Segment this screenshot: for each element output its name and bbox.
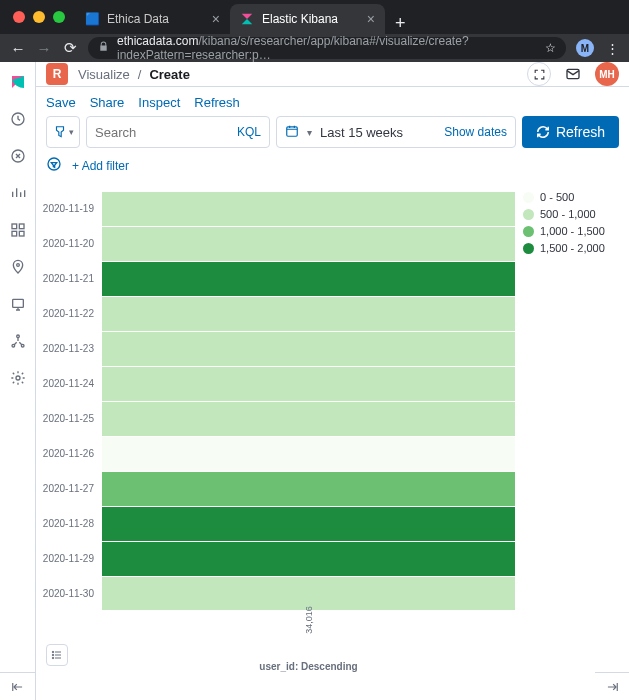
kibana-logo-icon[interactable] <box>10 74 26 93</box>
legend-item[interactable]: 0 - 500 <box>523 191 619 203</box>
tab-ethica-data[interactable]: 🟦 Ethica Data × <box>75 4 230 34</box>
side-nav <box>0 62 36 700</box>
close-tab-icon[interactable]: × <box>212 11 220 27</box>
svg-point-11 <box>16 335 19 338</box>
reload-button[interactable]: ⟳ <box>62 39 78 57</box>
back-button[interactable]: ← <box>10 40 26 57</box>
new-tab-button[interactable]: + <box>385 13 416 34</box>
discover-icon[interactable] <box>10 148 26 167</box>
dashboard-icon[interactable] <box>10 222 26 241</box>
tab-label: Elastic Kibana <box>262 12 338 26</box>
query-bar: ▾ KQL ▾ Last 15 weeks Show dates Refresh <box>36 116 629 156</box>
saved-queries-button[interactable]: ▾ <box>46 116 80 148</box>
legend-swatch-icon <box>523 226 534 237</box>
heatmap-cell[interactable] <box>102 366 515 401</box>
y-tick: 2020-11-23 <box>42 331 102 366</box>
profile-avatar[interactable]: M <box>576 39 594 57</box>
browser-chrome: 🟦 Ethica Data × Elastic Kibana × + ← → ⟳… <box>0 0 629 62</box>
show-dates-link[interactable]: Show dates <box>444 125 507 139</box>
favicon-icon: 🟦 <box>85 12 99 26</box>
refresh-label: Refresh <box>556 124 605 140</box>
ml-icon[interactable] <box>10 333 26 352</box>
heatmap-cell[interactable] <box>102 191 515 226</box>
heatmap-chart: 2020-11-192020-11-202020-11-212020-11-22… <box>42 191 619 611</box>
header-bar: R Visualize / Create MH <box>36 62 629 87</box>
action-bar: Save Share Inspect Refresh <box>36 87 629 116</box>
minimize-window-icon[interactable] <box>33 11 45 23</box>
maximize-window-icon[interactable] <box>53 11 65 23</box>
svg-point-14 <box>16 376 20 380</box>
tab-label: Ethica Data <box>107 12 169 26</box>
svg-rect-10 <box>12 299 23 307</box>
recent-icon[interactable] <box>10 111 26 130</box>
legend: 0 - 500500 - 1,0001,000 - 1,5001,500 - 2… <box>515 191 619 611</box>
heatmap-cell[interactable] <box>102 331 515 366</box>
heatmap-cell[interactable] <box>102 261 515 296</box>
breadcrumb: Visualize / Create <box>78 67 190 82</box>
search-input[interactable]: KQL <box>86 116 270 148</box>
x-tick: 34,016 <box>304 414 314 701</box>
refresh-button[interactable]: Refresh <box>522 116 619 148</box>
svg-rect-8 <box>19 231 24 236</box>
reload-link[interactable]: Refresh <box>194 95 240 110</box>
visualization: 2020-11-192020-11-202020-11-212020-11-22… <box>36 185 629 700</box>
legend-item[interactable]: 500 - 1,000 <box>523 208 619 220</box>
save-button[interactable]: Save <box>46 95 76 110</box>
heatmap-cell[interactable] <box>102 226 515 261</box>
main-content: R Visualize / Create MH Save Share Inspe… <box>36 62 629 700</box>
legend-item[interactable]: 1,000 - 1,500 <box>523 225 619 237</box>
legend-item[interactable]: 1,500 - 2,000 <box>523 242 619 254</box>
legend-label: 0 - 500 <box>540 191 574 203</box>
menu-icon[interactable]: ⋮ <box>606 41 619 56</box>
management-icon[interactable] <box>10 370 26 389</box>
heatmap-cell[interactable] <box>102 296 515 331</box>
user-avatar[interactable]: MH <box>595 62 619 86</box>
tab-elastic-kibana[interactable]: Elastic Kibana × <box>230 4 385 34</box>
share-button[interactable]: Share <box>90 95 125 110</box>
collapse-nav-button[interactable] <box>0 672 36 700</box>
breadcrumb-app[interactable]: Visualize <box>78 67 130 82</box>
window-controls <box>0 0 78 23</box>
add-filter-button[interactable]: + Add filter <box>72 159 129 173</box>
canvas-icon[interactable] <box>10 296 26 315</box>
y-tick: 2020-11-27 <box>42 471 102 506</box>
time-picker[interactable]: ▾ Last 15 weeks Show dates <box>276 116 516 148</box>
y-axis: 2020-11-192020-11-202020-11-212020-11-22… <box>42 191 102 611</box>
legend-swatch-icon <box>523 192 534 203</box>
svg-rect-7 <box>12 231 17 236</box>
svg-point-19 <box>52 654 54 656</box>
mail-icon[interactable] <box>561 62 585 86</box>
svg-marker-1 <box>242 19 253 24</box>
legend-label: 1,000 - 1,500 <box>540 225 605 237</box>
search-field[interactable] <box>95 125 237 140</box>
expand-panel-button[interactable] <box>595 672 629 700</box>
browser-actions: M ⋮ <box>576 39 619 57</box>
filter-bar: + Add filter <box>36 156 629 185</box>
y-tick: 2020-11-21 <box>42 261 102 296</box>
visualize-icon[interactable] <box>10 185 26 204</box>
svg-point-9 <box>16 264 19 267</box>
y-tick: 2020-11-20 <box>42 226 102 261</box>
legend-swatch-icon <box>523 243 534 254</box>
legend-toggle-button[interactable] <box>46 644 68 666</box>
star-icon[interactable]: ☆ <box>545 41 556 55</box>
inspect-button[interactable]: Inspect <box>138 95 180 110</box>
y-tick: 2020-11-30 <box>42 576 102 611</box>
address-bar[interactable]: ethicadata.com/kibana/s/researcher/app/k… <box>88 37 566 59</box>
close-tab-icon[interactable]: × <box>367 11 375 27</box>
url-text: ethicadata.com/kibana/s/researcher/app/k… <box>117 34 537 62</box>
fullscreen-icon[interactable] <box>527 62 551 86</box>
y-tick: 2020-11-24 <box>42 366 102 401</box>
svg-point-20 <box>52 657 54 659</box>
svg-rect-5 <box>12 224 17 229</box>
filter-icon[interactable] <box>46 156 62 175</box>
maps-icon[interactable] <box>10 259 26 278</box>
close-window-icon[interactable] <box>13 11 25 23</box>
y-tick: 2020-11-22 <box>42 296 102 331</box>
y-tick: 2020-11-26 <box>42 436 102 471</box>
forward-button[interactable]: → <box>36 40 52 57</box>
y-tick: 2020-11-28 <box>42 506 102 541</box>
language-switch[interactable]: KQL <box>237 125 261 139</box>
address-bar-row: ← → ⟳ ethicadata.com/kibana/s/researcher… <box>0 34 629 62</box>
space-badge[interactable]: R <box>46 63 68 85</box>
